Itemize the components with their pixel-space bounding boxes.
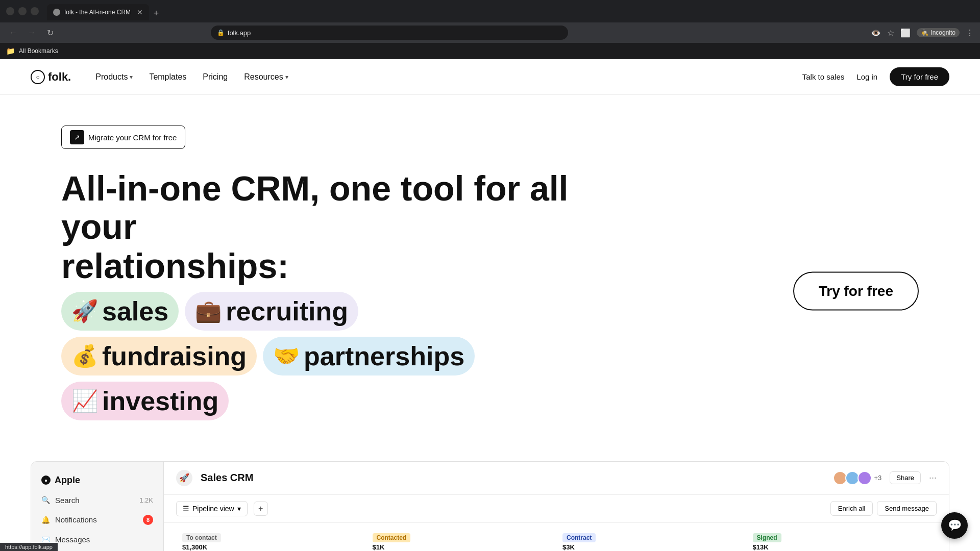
menu-icon[interactable]: ⋮: [966, 28, 974, 38]
contacted-badge: Contacted: [373, 533, 411, 542]
toolbar-right: Enrich all Send message: [830, 501, 937, 516]
nav-products[interactable]: Products ▾: [95, 72, 133, 82]
sidebar-item-notifications[interactable]: 🔔 Notifications 8: [31, 510, 163, 530]
hero-headline: All-in-one CRM, one tool for all your: [61, 169, 597, 246]
nav-right: Talk to sales Log in Try for free: [802, 67, 949, 86]
more-options-button[interactable]: ···: [929, 472, 937, 483]
pipeline-view-label: Pipeline view: [192, 505, 234, 513]
browser-toolbar-right: 👁️ ☆ ⬜ 🕵️ Incognito ⋮: [871, 28, 974, 38]
address-bar[interactable]: 🔒 folk.app: [211, 26, 568, 40]
stage-signed: Signed $13K: [747, 529, 937, 551]
split-view-icon[interactable]: ⬜: [900, 28, 911, 38]
stage-contacted: Contacted $1K: [366, 529, 557, 551]
app-main: 🚀 Sales CRM +3 Share ··· ☰ Pipeline view…: [164, 462, 949, 551]
tag-recruiting[interactable]: 💼 recruiting: [185, 292, 358, 331]
hero-section: ↗ Migrate your CRM for free All-in-one C…: [0, 95, 980, 441]
pipeline-icon: ☰: [183, 505, 189, 513]
dollar-icon: 💰: [71, 343, 98, 368]
resources-chevron-icon: ▾: [285, 73, 288, 81]
hero-tags-row2: 💰 fundraising 🤝 partnerships: [61, 337, 919, 375]
send-message-button[interactable]: Send message: [877, 501, 937, 516]
share-button[interactable]: Share: [890, 471, 921, 484]
eye-off-icon[interactable]: 👁️: [871, 28, 881, 38]
migrate-badge-text: Migrate your CRM for free: [88, 133, 177, 142]
new-tab-button[interactable]: +: [149, 6, 163, 20]
messages-label: Messages: [55, 535, 153, 544]
to-contact-amount: $1,300K: [182, 543, 360, 551]
log-in-link[interactable]: Log in: [856, 72, 877, 81]
logo-text: folk.: [48, 70, 71, 84]
pipeline-toolbar: ☰ Pipeline view ▾ + Enrich all Send mess…: [164, 495, 949, 523]
nav-pricing[interactable]: Pricing: [203, 72, 228, 82]
search-count: 1.2K: [139, 496, 153, 504]
logo-icon: ○: [31, 70, 45, 84]
url-text: folk.app: [228, 29, 251, 37]
enrich-all-button[interactable]: Enrich all: [830, 501, 873, 516]
active-tab[interactable]: folk - the All-in-one CRM ✕: [47, 4, 149, 20]
browser-top-bar: folk - the All-in-one CRM ✕ +: [0, 0, 980, 22]
handshake-icon: 🤝: [273, 343, 300, 368]
products-chevron-icon: ▾: [130, 73, 133, 81]
window-controls: [6, 7, 39, 15]
refresh-button[interactable]: ↻: [43, 26, 57, 40]
forward-button[interactable]: →: [24, 26, 39, 40]
briefcase-icon: 💼: [195, 298, 222, 323]
lock-icon: 🔒: [217, 29, 225, 36]
close-window-button[interactable]: [6, 7, 14, 15]
status-url-bar: https://app.folk.app: [0, 543, 58, 551]
minimize-window-button[interactable]: [18, 7, 27, 15]
talk-to-sales-link[interactable]: Talk to sales: [802, 72, 845, 81]
crm-title: Sales CRM: [201, 472, 825, 484]
pipeline-chevron-icon: ▾: [237, 505, 241, 513]
logo[interactable]: ○ folk.: [31, 70, 71, 84]
tab-close-button[interactable]: ✕: [137, 8, 143, 16]
try-for-free-hero-button[interactable]: Try for free: [793, 271, 919, 310]
tab-title: folk - the All-in-one CRM: [64, 9, 133, 16]
notifications-badge: 8: [143, 515, 153, 525]
address-bar-row: ← → ↻ 🔒 folk.app 👁️ ☆ ⬜ 🕵️ Incognito ⋮: [0, 22, 980, 43]
stage-contract: Contract $3K: [556, 529, 747, 551]
migrate-badge[interactable]: ↗ Migrate your CRM for free: [61, 126, 185, 149]
chat-icon: 💬: [948, 519, 962, 532]
chat-widget-button[interactable]: 💬: [941, 512, 968, 539]
nav-links: Products ▾ Templates Pricing Resources ▾: [95, 72, 802, 82]
avatar-count: +3: [874, 474, 881, 482]
tag-fundraising-label: fundraising: [102, 341, 247, 371]
signed-badge: Signed: [753, 533, 781, 542]
rocket-icon: 🚀: [71, 298, 98, 323]
search-icon: 🔍: [41, 496, 50, 504]
tag-investing[interactable]: 📈 investing: [61, 382, 229, 420]
message-icon: ✉️: [41, 535, 50, 543]
signed-amount: $13K: [753, 543, 931, 551]
stage-to-contact: To contact $1,300K: [176, 529, 366, 551]
hero-tags-row3: 📈 investing: [61, 382, 919, 420]
to-contact-badge: To contact: [182, 533, 221, 542]
pipeline-stages: To contact $1,300K Contacted $1K Contrac…: [164, 523, 949, 551]
star-icon[interactable]: ☆: [887, 28, 894, 38]
maximize-window-button[interactable]: [31, 7, 39, 15]
tag-fundraising[interactable]: 💰 fundraising: [61, 337, 257, 375]
tag-sales-label: sales: [102, 296, 168, 327]
bookmarks-label: All Bookmarks: [19, 47, 58, 55]
sidebar-item-search[interactable]: 🔍 Search 1.2K: [31, 491, 163, 510]
nav-resources[interactable]: Resources ▾: [244, 72, 288, 82]
headline-comma: ,: [310, 169, 320, 208]
headline-crm: All-in-one CRM: [61, 169, 310, 208]
try-for-free-nav-button[interactable]: Try for free: [890, 67, 949, 86]
company-name: Apple: [55, 475, 80, 486]
chart-icon: 📈: [71, 388, 98, 413]
tag-sales[interactable]: 🚀 sales: [61, 292, 179, 331]
pipeline-view-button[interactable]: ☰ Pipeline view ▾: [176, 501, 248, 516]
bookmarks-bar: 📁 All Bookmarks: [0, 43, 980, 59]
main-nav: ○ folk. Products ▾ Templates Pricing Res…: [0, 59, 980, 95]
app-main-header: 🚀 Sales CRM +3 Share ···: [164, 462, 949, 495]
tag-partnerships[interactable]: 🤝 partnerships: [263, 337, 475, 375]
pipeline-add-button[interactable]: +: [254, 502, 268, 516]
page-content: ○ folk. Products ▾ Templates Pricing Res…: [0, 59, 980, 551]
nav-templates[interactable]: Templates: [149, 72, 186, 82]
avatar-3: [857, 471, 872, 485]
notifications-label: Notifications: [55, 515, 138, 524]
incognito-icon: 🕵️: [921, 29, 928, 36]
app-preview: ● Apple 🔍 Search 1.2K 🔔 Notifications 8 …: [31, 461, 949, 551]
back-button[interactable]: ←: [6, 26, 20, 40]
